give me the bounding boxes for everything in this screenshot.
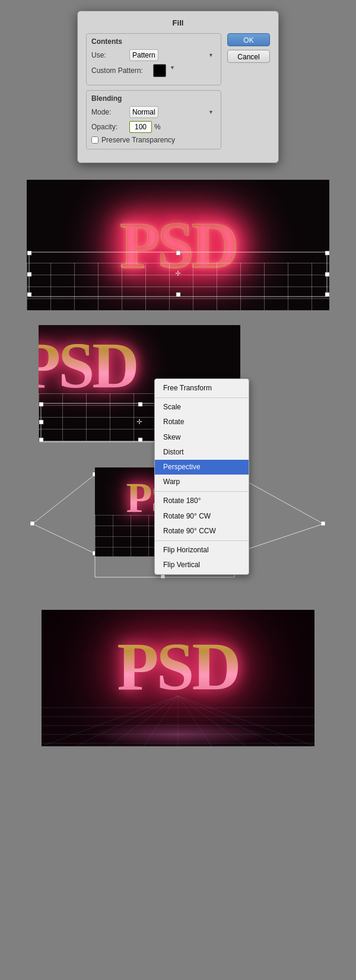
preserve-label: Preserve Transparency: [101, 136, 175, 144]
dialog-body: Contents Use: Pattern ▼ Custom Pattern:: [86, 33, 270, 154]
psd-text-final: PSD: [42, 628, 314, 706]
mode-select-arrow: ▼: [208, 109, 214, 115]
ctx-rotate[interactable]: Rotate: [155, 415, 249, 429]
svg-rect-8: [325, 292, 329, 297]
svg-rect-24: [30, 521, 34, 526]
contents-fieldset: Contents Use: Pattern ▼ Custom Pattern:: [86, 33, 221, 85]
cancel-button[interactable]: Cancel: [227, 50, 270, 63]
ctx-flip-h[interactable]: Flip Horizontal: [155, 543, 249, 558]
contents-legend: Contents: [91, 37, 216, 46]
svg-rect-17: [138, 438, 142, 442]
opacity-label: Opacity:: [91, 123, 127, 131]
dialog-overlay: Fill Contents Use: Pattern ▼: [0, 0, 356, 174]
ctx-rotate-90ccw[interactable]: Rotate 90° CCW: [155, 524, 249, 539]
ctx-perspective[interactable]: Perspective: [155, 460, 249, 475]
mode-select[interactable]: Normal: [129, 106, 158, 118]
svg-rect-16: [39, 438, 43, 442]
svg-rect-6: [27, 292, 31, 297]
mode-label: Mode:: [91, 108, 127, 116]
canvas-wrap-2: PSD ✛ Free Transform Scale Rotate Skew D…: [39, 325, 317, 441]
svg-rect-3: [325, 251, 329, 255]
svg-rect-1: [27, 251, 31, 255]
transform-handles-svg-1: ✛: [27, 251, 329, 310]
dialog-title: Fill: [86, 18, 270, 27]
svg-text:✛: ✛: [175, 269, 181, 278]
canvas-wrap-1: PSD ✛: [27, 180, 329, 310]
canvas-section-4: PSD: [0, 598, 356, 764]
dialog-left: Contents Use: Pattern ▼ Custom Pattern:: [86, 33, 221, 154]
use-row: Use: Pattern ▼: [91, 49, 216, 61]
mode-select-wrapper[interactable]: Normal ▼: [129, 106, 216, 118]
opacity-row: Opacity: %: [91, 121, 216, 133]
ctx-scale[interactable]: Scale: [155, 400, 249, 415]
ok-button[interactable]: OK: [227, 33, 270, 46]
svg-rect-2: [176, 251, 180, 255]
preserve-row: Preserve Transparency: [91, 136, 216, 144]
custom-pattern-label: Custom Pattern:: [91, 66, 151, 75]
ctx-sep-2: [155, 491, 249, 492]
svg-rect-12: [138, 402, 142, 406]
mode-row: Mode: Normal ▼: [91, 106, 216, 118]
context-menu: Free Transform Scale Rotate Skew Distort…: [154, 378, 249, 575]
svg-rect-7: [176, 292, 180, 297]
percent-label: %: [154, 123, 161, 131]
use-select[interactable]: Pattern: [129, 49, 158, 61]
svg-rect-4: [27, 272, 31, 276]
svg-rect-14: [39, 420, 43, 424]
svg-rect-25: [321, 521, 325, 526]
floor-grid: [42, 696, 314, 746]
svg-rect-30: [161, 574, 165, 578]
fill-dialog: Fill Contents Use: Pattern ▼: [77, 11, 279, 163]
canvas-section-1: PSD ✛: [0, 174, 356, 316]
ctx-flip-v[interactable]: Flip Vertical: [155, 558, 249, 572]
ctx-rotate-180[interactable]: Rotate 180°: [155, 494, 249, 508]
ctx-skew[interactable]: Skew: [155, 430, 249, 445]
custom-pattern-row: Custom Pattern: ▼: [91, 64, 216, 77]
svg-rect-5: [325, 272, 329, 276]
svg-text:✛: ✛: [136, 418, 142, 426]
dialog-right: OK Cancel: [227, 33, 270, 154]
canvas-section-2: PSD ✛ Free Transform Scale Rotate Skew D…: [0, 316, 356, 450]
ctx-rotate-90cw[interactable]: Rotate 90° CW: [155, 509, 249, 524]
svg-rect-11: [39, 402, 43, 406]
opacity-input[interactable]: [129, 121, 152, 133]
blending-fieldset: Blending Mode: Normal ▼ Opacity:: [86, 90, 221, 149]
pattern-arrow: ▼: [170, 65, 175, 71]
ctx-distort[interactable]: Distort: [155, 445, 249, 460]
canvas-4: PSD: [42, 610, 314, 746]
use-select-wrapper[interactable]: Pattern ▼: [129, 49, 216, 61]
use-label: Use:: [91, 51, 127, 59]
svg-line-21: [33, 524, 95, 553]
pattern-swatch[interactable]: [153, 64, 166, 77]
psd-text-2: PSD: [39, 328, 137, 403]
svg-line-20: [33, 475, 95, 524]
ctx-sep-1: [155, 397, 249, 398]
ctx-sep-3: [155, 540, 249, 541]
use-select-arrow: ▼: [208, 52, 214, 58]
preserve-checkbox[interactable]: [91, 136, 98, 144]
ctx-warp[interactable]: Warp: [155, 475, 249, 489]
blending-legend: Blending: [91, 94, 216, 103]
floor-glow: [89, 723, 267, 746]
ctx-free-transform[interactable]: Free Transform: [155, 381, 249, 396]
